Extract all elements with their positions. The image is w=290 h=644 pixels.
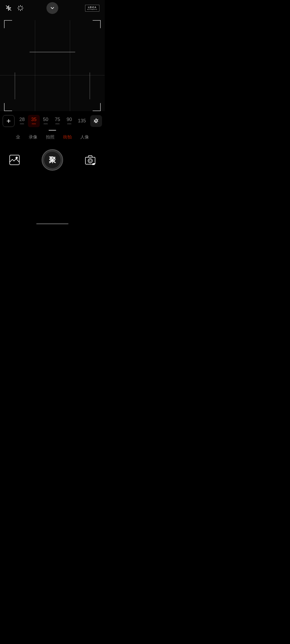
mode-video[interactable]: 录像	[28, 133, 38, 141]
focal-90mm[interactable]: 90 mm	[63, 115, 75, 127]
range-line-top	[30, 52, 75, 52]
camera-controls: 聚 AF	[0, 145, 105, 175]
corner-bracket-bl	[4, 103, 12, 111]
focal-135mm[interactable]: 135	[75, 116, 89, 126]
home-indicator	[36, 223, 68, 224]
svg-point-13	[16, 157, 18, 159]
mode-pro[interactable]: 业	[15, 133, 21, 141]
corner-bracket-br	[93, 103, 101, 111]
shutter-logo: 聚	[49, 155, 56, 165]
focal-add-button[interactable]	[3, 115, 15, 127]
svg-text:AF: AF	[92, 163, 95, 165]
svg-line-6	[19, 6, 19, 7]
sparkle-icon[interactable]	[17, 4, 24, 12]
mode-portrait[interactable]: 人像	[80, 133, 89, 141]
caf-button[interactable]: AF	[83, 153, 97, 167]
mode-photo[interactable]: 拍照	[45, 133, 55, 141]
expand-button[interactable]	[46, 2, 58, 14]
grid-line-h1	[0, 75, 105, 75]
top-bar: LEICA AUTHENTIC	[0, 0, 105, 16]
svg-line-8	[19, 9, 19, 10]
focal-50mm[interactable]: 50 mm	[40, 115, 52, 127]
focal-length-selector: 28 mm 35 mm 50 mm 75 mm 90 mm 135	[0, 111, 105, 130]
svg-line-7	[21, 9, 22, 10]
focal-35mm[interactable]: 35 mm	[28, 115, 40, 127]
shutter-inner: 聚	[44, 151, 61, 169]
focal-fx-button[interactable]	[90, 115, 102, 127]
bottom-area: 28 mm 35 mm 50 mm 75 mm 90 mm 135	[0, 111, 105, 226]
flash-off-icon[interactable]	[5, 5, 12, 11]
grid-line-v2	[70, 20, 70, 111]
shutter-button[interactable]: 聚	[42, 149, 63, 171]
svg-rect-12	[10, 155, 19, 165]
grid-line-v1	[35, 20, 35, 111]
focal-28mm[interactable]: 28 mm	[16, 115, 28, 127]
svg-point-15	[88, 159, 92, 163]
corner-bracket-tr	[93, 20, 101, 28]
gallery-button[interactable]	[8, 153, 21, 167]
tick-left-top	[15, 72, 15, 99]
svg-line-9	[21, 6, 22, 7]
corner-bracket-tl	[4, 20, 12, 28]
mode-street[interactable]: 街拍	[63, 133, 72, 141]
leica-badge: LEICA AUTHENTIC	[85, 5, 99, 12]
focal-75mm[interactable]: 75 mm	[52, 115, 63, 127]
mode-selector: 业 录像 拍照 街拍 人像	[0, 131, 105, 145]
tick-right-top	[90, 72, 90, 99]
svg-point-16	[89, 160, 91, 162]
